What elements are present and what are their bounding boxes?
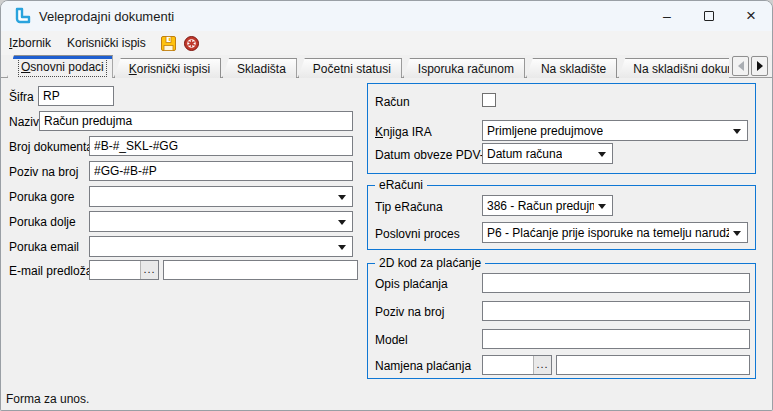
chevron-down-icon xyxy=(733,231,741,236)
chevron-down-icon xyxy=(338,195,346,200)
tab-strip: Osnovni podaci Korisnički ispisi Skladiš… xyxy=(1,55,772,78)
save-icon[interactable] xyxy=(160,35,177,52)
knjiga-ira-label: Knjiga IRA xyxy=(375,123,432,141)
tab-korisnicki-ispisi[interactable]: Korisnički ispisi xyxy=(114,58,221,78)
datum-obveze-pdv-label: Datum obveze PDV-a xyxy=(375,146,490,164)
tip-eracuna-label: Tip eRačuna xyxy=(375,198,443,216)
tab-skladista[interactable]: Skladišta xyxy=(222,58,297,78)
tab-na-skladisni-dokument[interactable]: Na skladišni dokument xyxy=(618,58,729,78)
menu-korisnicki-ispis[interactable]: Korisnički ispis xyxy=(59,34,154,52)
chevron-right-icon xyxy=(757,61,763,71)
broj-dokumenta-label: Broj dokumenta xyxy=(9,138,93,156)
email-predlozak-browse-button[interactable]: ... xyxy=(140,261,158,279)
email-predlozak-code-field[interactable]: ... xyxy=(89,260,159,280)
tab-scroll-left-button[interactable] xyxy=(732,56,749,76)
tabs-viewport: Osnovni podaci Korisnički ispisi Skladiš… xyxy=(7,55,729,78)
poziv-na-broj-label: Poziv na broj xyxy=(9,163,78,181)
racun-checkbox[interactable] xyxy=(482,93,496,107)
tab-na-skladiste[interactable]: Na skladište xyxy=(526,58,617,78)
title-bar: Veleprodajni dokumenti – × xyxy=(1,1,772,31)
poruka-email-select[interactable] xyxy=(89,236,353,257)
racun-label: Račun xyxy=(375,93,410,111)
model-label: Model xyxy=(375,331,408,349)
sifra-input[interactable] xyxy=(38,86,114,106)
status-bar: Forma za unos. xyxy=(1,386,772,410)
minimize-icon: – xyxy=(663,8,671,24)
chevron-down-icon xyxy=(598,152,606,157)
knjiga-ira-select[interactable]: Primljene predujmove xyxy=(482,120,748,141)
sifra-label: Šifra xyxy=(9,88,34,106)
kod-poziv-na-broj-input[interactable] xyxy=(482,301,750,321)
namjena-placanja-code-field[interactable]: ... xyxy=(482,355,552,375)
kod-2d-group-title: 2D kod za plaćanje xyxy=(375,256,485,270)
namjena-placanja-name-input[interactable] xyxy=(556,355,750,375)
namjena-placanja-label: Namjena plaćanja xyxy=(375,357,471,375)
close-button[interactable]: × xyxy=(730,1,772,31)
opis-placanja-label: Opis plaćanja xyxy=(375,275,448,293)
poruka-dolje-select[interactable] xyxy=(89,211,353,232)
model-input[interactable] xyxy=(482,329,750,349)
tab-osnovni-podaci[interactable]: Osnovni podaci xyxy=(7,55,113,78)
poruka-gore-label: Poruka gore xyxy=(9,188,74,206)
poruka-email-label: Poruka email xyxy=(9,238,79,256)
menu-bar: Izbornik Korisnički ispis xyxy=(1,31,772,55)
chevron-left-icon xyxy=(738,61,744,71)
chevron-down-icon xyxy=(338,245,346,250)
poslovni-proces-select[interactable]: P6 - Plaćanje prije isporuke na temelju … xyxy=(482,222,748,243)
naziv-label: Naziv xyxy=(9,113,39,131)
dialog-veleprodajni-dokumenti: Veleprodajni dokumenti – × Izbornik Kori… xyxy=(0,0,773,411)
menu-izbornik[interactable]: Izbornik xyxy=(1,34,59,52)
datum-obveze-pdv-select[interactable]: Datum računa xyxy=(482,143,613,164)
tab-isporuka-racunom[interactable]: Isporuka računom xyxy=(403,58,525,78)
eracuni-group-title: eRačuni xyxy=(375,178,427,192)
tab-scroll-right-button[interactable] xyxy=(751,56,768,76)
maximize-button[interactable] xyxy=(688,1,730,31)
window-title: Veleprodajni dokumenti xyxy=(39,9,174,24)
cancel-icon[interactable] xyxy=(183,35,200,52)
minimize-button[interactable]: – xyxy=(646,1,688,31)
chevron-down-icon xyxy=(598,204,606,209)
app-logo-icon xyxy=(12,7,32,25)
kod-poziv-na-broj-label: Poziv na broj xyxy=(375,303,444,321)
poziv-na-broj-input[interactable] xyxy=(89,161,353,181)
email-predlozak-code-input[interactable] xyxy=(90,261,140,279)
email-predlozak-name-input[interactable] xyxy=(163,260,358,280)
tip-eracuna-select[interactable]: 386 - Račun predujma xyxy=(482,195,613,216)
poruka-dolje-label: Poruka dolje xyxy=(9,213,76,231)
tab-pocetni-statusi[interactable]: Početni statusi xyxy=(298,58,402,78)
namjena-placanja-code-input[interactable] xyxy=(483,356,533,374)
close-icon: × xyxy=(746,6,756,26)
namjena-placanja-browse-button[interactable]: ... xyxy=(533,356,551,374)
status-text: Forma za unos. xyxy=(6,392,89,406)
poslovni-proces-label: Poslovni proces xyxy=(375,225,460,243)
broj-dokumenta-input[interactable] xyxy=(89,136,353,156)
chevron-down-icon xyxy=(338,220,346,225)
email-predlozak-label: E-mail predložak xyxy=(9,262,98,280)
chevron-down-icon xyxy=(733,129,741,134)
naziv-input[interactable] xyxy=(39,111,353,131)
opis-placanja-input[interactable] xyxy=(482,273,750,293)
poruka-gore-select[interactable] xyxy=(89,186,353,207)
maximize-icon xyxy=(704,11,714,21)
